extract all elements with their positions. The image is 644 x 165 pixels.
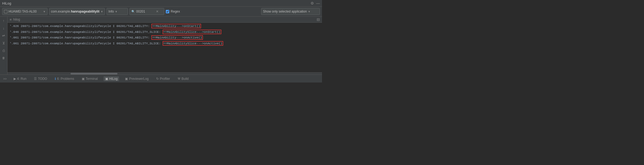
tab-problems[interactable]: ℹ 6: Problems — [53, 76, 76, 81]
minimize-icon[interactable]: — — [316, 1, 320, 5]
highlight-2: ==MainAbilitySlice--->onStart() — [163, 30, 221, 34]
scrollbar-thumb[interactable] — [70, 73, 118, 74]
todo-icon: ☰ — [34, 77, 37, 81]
title-bar: HiLog ⚙ — — [0, 0, 322, 7]
build-label: Build — [182, 77, 189, 81]
expand-button[interactable]: >> — [2, 77, 8, 81]
show-only-dropdown[interactable]: Show only selected application ▼ — [261, 8, 320, 15]
log-collapse-icon[interactable]: ⊟ — [317, 17, 320, 22]
log-header-menu-icon: ≡ — [10, 18, 12, 22]
device-chevron: ▼ — [43, 10, 46, 13]
log-row: '.026 28071-28071/com.example.hanrupagea… — [7, 23, 322, 29]
scroll-down-button[interactable]: ↓ — [1, 25, 7, 31]
previewerlog-label: PreviewerLog — [129, 77, 148, 81]
run-icon: ▶ — [14, 77, 16, 81]
hilog-icon: ▣ — [105, 77, 108, 81]
status-bar: >> ▶ 4: Run ☰ TODO ℹ 6: Problems ▣ Termi… — [0, 74, 322, 82]
tab-run[interactable]: ▶ 4: Run — [12, 76, 28, 81]
search-input[interactable] — [136, 10, 155, 13]
log-row: '.061 28071-28071/com.example.hanrupagea… — [7, 41, 322, 46]
search-box: 🔍 ✕ — [129, 8, 164, 15]
app-value: com.example.hanrupageabilitylit — [51, 10, 99, 13]
regex-text: Regex — [171, 10, 180, 13]
tab-profiler[interactable]: ↻ Profiler — [155, 76, 172, 81]
scroll-up-button[interactable]: ↑ — [1, 18, 7, 23]
tab-hilog[interactable]: ▣ HiLog — [104, 76, 119, 81]
log-header-title: hilog — [13, 18, 20, 21]
app-chevron: ▼ — [100, 10, 103, 13]
search-icon: 🔍 — [131, 10, 135, 13]
log-row: '.061 28071-28071/com.example.hanrupagea… — [7, 35, 322, 41]
device-icon — [4, 10, 7, 13]
settings-icon[interactable]: ⚙ — [311, 1, 314, 5]
log-lines: '.026 28071-28071/com.example.hanrupagea… — [7, 23, 322, 47]
profiler-icon: ↻ — [156, 77, 159, 81]
highlight-3: ==MainAbility--->onActive() — [151, 35, 203, 40]
device-dropdown[interactable]: HUAWEI TAS-AL00 ▼ — [2, 8, 48, 15]
log-row: '.046 28071-28071/com.example.hanrupagea… — [7, 29, 322, 35]
terminal-icon: ▣ — [82, 77, 85, 81]
delete-button[interactable]: 🗑 — [1, 55, 7, 61]
device-value: HUAWEI TAS-AL00 — [9, 10, 42, 13]
level-value: Info — [108, 10, 114, 13]
log-sidebar: ↑ ↓ ⇌ ⊻ ⎙ 🗑 — [0, 17, 7, 74]
export-button[interactable]: ⊻ — [1, 40, 7, 46]
hilog-label: HiLog — [109, 77, 117, 81]
show-only-chevron: ▼ — [308, 10, 311, 13]
log-line-text-3: '.061 28071-28071/com.example.hanrupagea… — [10, 35, 203, 40]
print-button[interactable]: ⎙ — [1, 48, 7, 53]
log-content[interactable]: '.026 28071-28071/com.example.hanrupagea… — [7, 23, 322, 72]
profiler-label: Profiler — [160, 77, 170, 81]
regex-checkbox[interactable] — [166, 10, 169, 13]
tab-build[interactable]: ⚒ Build — [176, 76, 190, 81]
tab-previewerlog[interactable]: ▣ PreviewerLog — [123, 76, 150, 81]
log-line-text-1: '.026 28071-28071/com.example.hanrupagea… — [10, 23, 201, 29]
filter-button[interactable]: ⇌ — [1, 33, 7, 38]
app-title: HiLog — [2, 1, 11, 5]
problems-icon: ℹ — [55, 77, 56, 81]
level-dropdown[interactable]: Info ▼ — [107, 8, 128, 15]
problems-label: 6: Problems — [57, 77, 74, 81]
terminal-label: Terminal — [86, 77, 98, 81]
previewerlog-icon: ▣ — [125, 77, 128, 81]
toolbar: HUAWEI TAS-AL00 ▼ com.example.hanrupagea… — [0, 7, 322, 17]
show-only-value: Show only selected application — [263, 10, 307, 13]
log-line-text-4: '.061 28071-28071/com.example.hanrupagea… — [10, 41, 223, 46]
build-icon: ⚒ — [178, 77, 180, 81]
search-clear-button[interactable]: ✕ — [156, 10, 159, 13]
log-header: ≡ hilog ⊟ — [7, 17, 322, 23]
title-bar-icons: ⚙ — — [311, 1, 320, 5]
tab-todo[interactable]: ☰ TODO — [32, 76, 49, 81]
log-line-text-2: '.046 28071-28071/com.example.hanrupagea… — [10, 29, 221, 35]
run-label: 4: Run — [17, 77, 26, 81]
highlight-4: ==MainAbilitySlice--->onActive() — [163, 41, 223, 46]
horizontal-scrollbar[interactable] — [7, 72, 322, 74]
todo-label: TODO — [38, 77, 47, 81]
highlight-1: ==MainAbility--->onStart() — [151, 24, 201, 28]
app-dropdown[interactable]: com.example.hanrupageabilitylit ▼ — [49, 8, 105, 15]
regex-label[interactable]: Regex — [166, 10, 180, 13]
tab-terminal[interactable]: ▣ Terminal — [80, 76, 99, 81]
level-chevron: ▼ — [115, 10, 117, 13]
